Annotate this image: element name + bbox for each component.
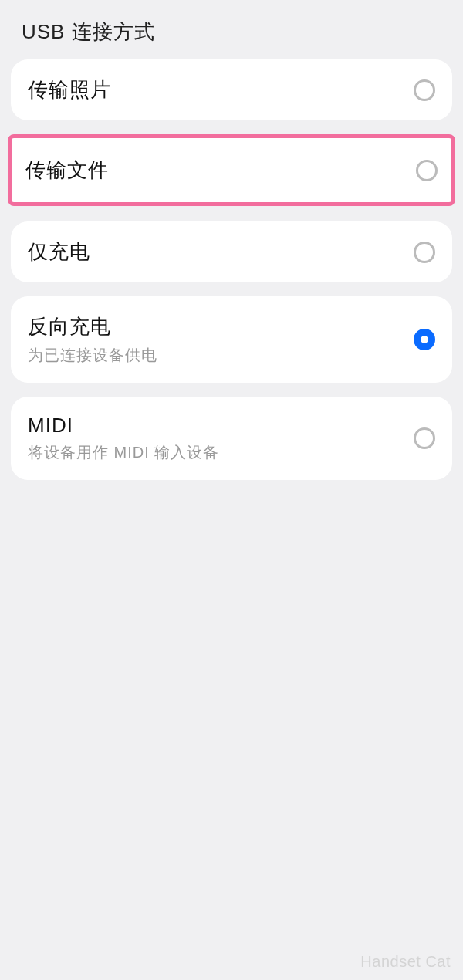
radio-icon[interactable] <box>414 427 435 449</box>
radio-icon[interactable] <box>416 160 438 181</box>
option-text: 传输文件 <box>25 157 109 184</box>
option-label: 传输文件 <box>25 157 109 184</box>
radio-icon[interactable] <box>414 79 435 101</box>
option-midi[interactable]: MIDI 将设备用作 MIDI 输入设备 <box>11 397 452 480</box>
options-list: 传输照片 传输文件 仅充电 反向充电 为已连接设备供电 MIDI 将设备用作 M… <box>0 59 463 480</box>
option-transfer-photos[interactable]: 传输照片 <box>11 59 452 120</box>
option-text: MIDI 将设备用作 MIDI 输入设备 <box>28 414 219 463</box>
option-sub: 将设备用作 MIDI 输入设备 <box>28 442 219 463</box>
radio-icon[interactable] <box>414 242 435 263</box>
option-label: 反向充电 <box>28 313 157 340</box>
option-charge-only[interactable]: 仅充电 <box>11 221 452 282</box>
option-text: 反向充电 为已连接设备供电 <box>28 313 157 366</box>
option-transfer-files[interactable]: 传输文件 <box>8 134 455 206</box>
page-title: USB 连接方式 <box>0 0 463 59</box>
option-sub: 为已连接设备供电 <box>28 345 157 366</box>
option-label: MIDI <box>28 414 219 438</box>
radio-icon-selected[interactable] <box>414 329 435 350</box>
option-label: 仅充电 <box>28 238 90 265</box>
option-text: 仅充电 <box>28 238 90 265</box>
option-label: 传输照片 <box>28 76 111 103</box>
option-text: 传输照片 <box>28 76 111 103</box>
option-reverse-charge[interactable]: 反向充电 为已连接设备供电 <box>11 296 452 383</box>
watermark-text: Handset Cat <box>360 953 451 971</box>
